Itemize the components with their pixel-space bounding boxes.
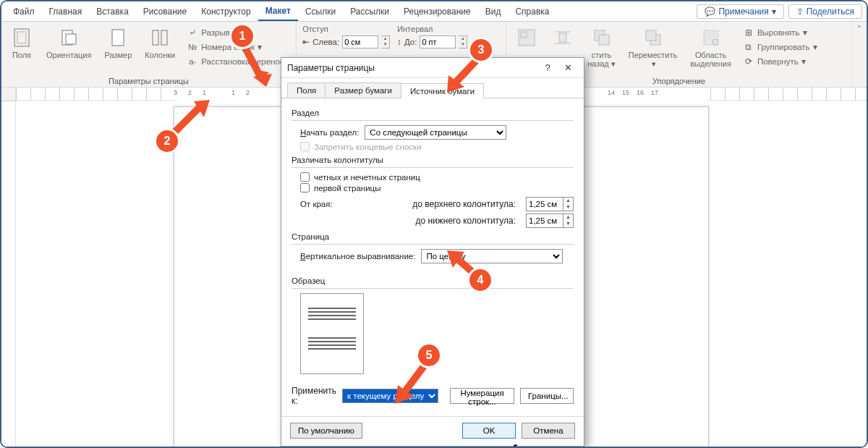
section-start-select[interactable]: Со следующей страницы — [365, 125, 506, 140]
position-button — [512, 25, 541, 61]
align-label: Выровнять — [757, 28, 800, 37]
position-icon — [515, 26, 538, 49]
numbers-icon: № — [187, 41, 198, 53]
send-backward-l1: стить — [592, 51, 611, 59]
svg-point-17 — [712, 39, 718, 45]
orientation-label: Ориентация — [46, 51, 91, 59]
align-icon: ⊞ — [743, 27, 754, 38]
bring-forward-icon — [642, 26, 665, 49]
svg-rect-4 — [112, 30, 124, 46]
line-numbers-dialog-button[interactable]: Нумерация строк... — [450, 388, 514, 404]
tab-paper-size[interactable]: Размер бумаги — [325, 83, 401, 98]
section-heading: Раздел — [292, 109, 574, 117]
annotation-3: 3 — [470, 39, 492, 61]
valign-select[interactable]: По центру — [421, 249, 563, 263]
menu-references[interactable]: Ссылки — [298, 1, 343, 21]
odd-even-checkbox[interactable] — [300, 172, 310, 182]
svg-rect-15 — [646, 30, 656, 41]
odd-even-label: четных и нечетных страниц — [314, 173, 420, 182]
svg-rect-5 — [153, 30, 158, 45]
svg-rect-1 — [17, 32, 26, 43]
menu-design[interactable]: Конструктор — [194, 1, 258, 21]
share-label: Поделиться — [807, 7, 854, 17]
section-start-label: Начать раздел: — [300, 128, 359, 137]
ruler-num: 3 — [174, 89, 177, 96]
suppress-endnotes-checkbox — [300, 142, 310, 151]
size-label: Размер — [104, 51, 132, 59]
menu-mailings[interactable]: Рассылки — [343, 1, 396, 21]
menu-draw[interactable]: Рисование — [136, 1, 194, 21]
ruler-num: 15 — [622, 89, 629, 96]
apply-to-label: Применить к: — [292, 386, 336, 406]
comments-label: Примечания — [718, 7, 768, 17]
ok-button[interactable]: OK — [462, 423, 516, 439]
indent-left-spinner[interactable]: ▲▼ — [381, 35, 390, 48]
comment-icon: 💬 — [705, 7, 715, 17]
ribbon-collapse-button[interactable]: ˅ — [852, 22, 867, 87]
preview-heading: Образец — [292, 276, 574, 285]
to-header-spinner[interactable]: ▲▼ — [563, 197, 574, 211]
cancel-button[interactable]: Отмена — [522, 423, 575, 439]
send-backward-l2: назад — [587, 59, 609, 68]
annotation-4: 4 — [469, 269, 491, 291]
menu-help[interactable]: Справка — [508, 1, 556, 21]
selection-pane-button[interactable]: Областьвыделения — [687, 25, 734, 69]
rotate-button: ⟳Повернуть ▾ — [741, 55, 819, 68]
columns-button[interactable]: Колонки — [142, 25, 178, 61]
vertical-ruler[interactable] — [1, 101, 16, 447]
share-icon: ⇪ — [796, 7, 804, 17]
page-heading: Страница — [292, 232, 574, 241]
headers-heading: Различать колонтитулы — [292, 156, 574, 164]
ruler-num: 16 — [637, 89, 644, 96]
menu-view[interactable]: Вид — [478, 1, 509, 21]
breaks-icon: ⤶ — [187, 27, 198, 38]
group-icon: ⧉ — [743, 41, 754, 53]
mouse-cursor-icon: ↖ — [512, 441, 522, 448]
hyphen-icon: a- — [187, 56, 198, 67]
menu-file[interactable]: Файл — [6, 1, 42, 21]
indent-left-label: Слева: — [312, 38, 339, 46]
columns-icon — [148, 26, 171, 49]
menu-bar: Файл Главная Вставка Рисование Конструкт… — [1, 1, 867, 22]
set-default-button[interactable]: По умолчанию — [290, 423, 362, 439]
menu-insert[interactable]: Вставка — [89, 1, 136, 21]
tab-margins[interactable]: Поля — [287, 83, 326, 98]
spacing-before-icon: ↕ — [397, 38, 401, 46]
wrap-icon — [551, 26, 574, 49]
send-backward-button: ститьназад ▾ — [584, 25, 618, 69]
margins-button[interactable]: Поля — [7, 25, 36, 61]
menu-layout[interactable]: Макет — [258, 1, 298, 21]
selection-pane-l1: Область — [695, 51, 726, 59]
dialog-help-button[interactable]: ? — [537, 62, 558, 73]
indent-left-input[interactable] — [342, 35, 378, 48]
first-page-checkbox[interactable] — [300, 183, 310, 193]
share-button[interactable]: ⇪ Поделиться — [788, 4, 862, 19]
orientation-button[interactable]: Ориентация — [43, 25, 94, 61]
wrap-text-button — [548, 25, 577, 61]
to-footer-input[interactable] — [526, 214, 563, 228]
indent-header: Отступ — [302, 25, 390, 33]
rotate-label: Повернуть — [757, 57, 799, 66]
size-button[interactable]: Размер — [101, 25, 135, 61]
dialog-close-button[interactable]: ✕ — [558, 62, 578, 73]
svg-rect-6 — [161, 30, 167, 45]
columns-label: Колонки — [145, 51, 175, 59]
group-button: ⧉Группировать ▾ — [741, 41, 819, 54]
dialog-title: Параметры страницы — [287, 63, 537, 73]
svg-rect-3 — [66, 34, 76, 44]
menu-review[interactable]: Рецензирование — [396, 1, 478, 21]
borders-dialog-button[interactable]: Границы... — [520, 388, 574, 404]
to-header-input[interactable] — [526, 197, 563, 211]
comments-button[interactable]: 💬 Примечания ▾ — [697, 4, 783, 19]
to-footer-spinner[interactable]: ▲▼ — [563, 214, 574, 228]
breaks-label: Разрывы — [201, 28, 236, 37]
spacing-before-spinner[interactable]: ▲▼ — [459, 35, 467, 48]
spacing-before-input[interactable] — [420, 35, 456, 48]
bring-forward-button: Переместить ▾ — [626, 25, 680, 69]
arrange-group-label: Упорядочение — [652, 77, 705, 85]
menu-home[interactable]: Главная — [42, 1, 90, 21]
spacing-header: Интервал — [397, 25, 467, 33]
ruler-corner — [1, 88, 16, 101]
svg-rect-9 — [559, 33, 566, 42]
preview-thumbnail — [300, 293, 364, 374]
